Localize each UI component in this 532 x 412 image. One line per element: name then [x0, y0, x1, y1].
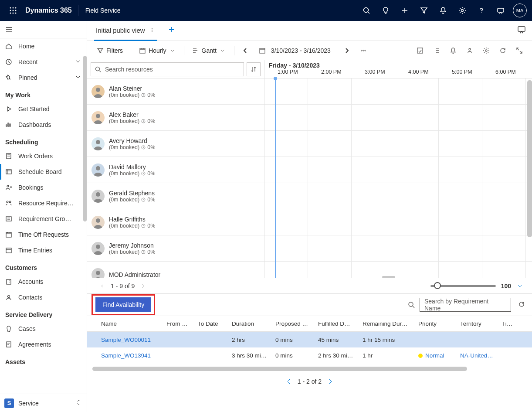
nav-get-started[interactable]: Get Started	[0, 101, 87, 117]
more-icon[interactable]	[149, 27, 156, 34]
next-page-icon[interactable]	[327, 378, 334, 385]
nav-recent[interactable]: Recent	[0, 54, 87, 70]
prev-page-icon[interactable]	[285, 378, 292, 385]
resource-avatar	[91, 111, 105, 124]
svg-point-1	[13, 7, 14, 9]
sort-resources-button[interactable]	[247, 62, 261, 76]
resource-booked: (0m booked) 0%	[109, 144, 155, 150]
zoom-slider[interactable]	[430, 285, 496, 287]
search-icon	[407, 301, 415, 309]
nav-cases[interactable]: Cases	[0, 321, 87, 337]
search-resources-input[interactable]: Search resources	[91, 62, 244, 76]
module-name[interactable]: Field Service	[78, 7, 128, 14]
resource-row[interactable]: David Mallory (0m booked) 0%	[87, 157, 264, 183]
book-icon[interactable]	[413, 44, 427, 58]
expand-icon[interactable]	[512, 44, 527, 58]
nav-bookings[interactable]: Bookings	[0, 180, 87, 195]
svg-point-40	[96, 114, 100, 118]
nav-time-entries[interactable]: Time Entries	[0, 242, 87, 258]
requirements-h-scrollbar[interactable]	[92, 367, 527, 373]
zoom-control[interactable]: 100	[430, 283, 523, 289]
tab-initial-public-view[interactable]: Initial public view	[94, 21, 157, 41]
svg-point-37	[96, 67, 100, 71]
idea-icon[interactable]	[376, 0, 395, 21]
svg-point-52	[96, 271, 100, 275]
filter-icon[interactable]	[414, 0, 434, 21]
requirement-name[interactable]: Sample_WO13941	[98, 352, 163, 359]
svg-rect-19	[6, 217, 11, 221]
chevron-down-icon[interactable]	[516, 283, 523, 289]
svg-point-42	[96, 140, 100, 144]
menu-toggle[interactable]	[0, 21, 87, 38]
brand-title[interactable]: Dynamics 365	[23, 7, 78, 14]
gantt-body[interactable]	[264, 78, 532, 278]
resource-pager-row: 1 - 9 of 9 100	[87, 278, 532, 294]
svg-rect-28	[518, 27, 525, 31]
user-avatar[interactable]: MA	[513, 3, 527, 17]
group-scheduling: Scheduling	[0, 133, 87, 148]
nav-home[interactable]: Home	[0, 38, 87, 54]
requirement-name[interactable]: Sample_WO00011	[98, 337, 163, 343]
resource-row[interactable]: Gerald Stephens (0m booked) 0%	[87, 183, 264, 209]
requirement-search-input[interactable]: Search by Requirement Name	[420, 298, 511, 312]
prev-page-icon[interactable]	[99, 283, 106, 289]
list-icon[interactable]	[429, 44, 444, 58]
more-toolbar-button[interactable]	[356, 44, 371, 58]
hour-label: 6:00 PM	[482, 69, 526, 78]
nav-agreements[interactable]: Agreements	[0, 337, 87, 352]
assistant-suggest-icon[interactable]	[462, 44, 477, 58]
resource-avatar	[91, 216, 105, 229]
search-icon[interactable]	[357, 0, 376, 21]
next-week-button[interactable]	[339, 44, 354, 58]
resize-grip[interactable]	[382, 276, 395, 278]
notification-icon[interactable]	[434, 0, 453, 21]
nav-schedule-board[interactable]: Schedule Board	[0, 164, 87, 180]
nav-pinned[interactable]: Pinned	[0, 70, 87, 85]
nav-work-orders[interactable]: Work Orders	[0, 148, 87, 164]
interval-dropdown[interactable]: Hourly	[135, 44, 180, 58]
nav-resource-requirements[interactable]: Resource Require…	[0, 195, 87, 211]
resource-name: Avery Howard	[109, 137, 155, 144]
help-icon[interactable]	[472, 0, 491, 21]
nav-time-off[interactable]: Time Off Requests	[0, 227, 87, 242]
resource-row[interactable]: Halle Griffiths (0m booked) 0%	[87, 209, 264, 235]
resource-row[interactable]: Alan Steiner (0m booked) 0%	[87, 78, 264, 105]
date-range-picker[interactable]: 3/10/2023 - 3/16/2023	[254, 44, 338, 58]
refresh-requirements-button[interactable]	[515, 300, 528, 310]
resource-row[interactable]: MOD Administrator	[87, 262, 264, 278]
requirement-row[interactable]: Sample_WO13941 3 hrs 30 mi… 0 mins 2 hrs…	[87, 347, 532, 363]
requirement-row[interactable]: Sample_WO00011 2 hrs 0 mins 45 mins 1 hr…	[87, 332, 532, 347]
view-dropdown[interactable]: Gantt	[188, 44, 230, 58]
refresh-icon[interactable]	[495, 44, 510, 58]
add-icon[interactable]	[395, 0, 414, 21]
resource-row[interactable]: Avery Howard (0m booked) 0%	[87, 131, 264, 157]
next-page-icon[interactable]	[139, 283, 146, 289]
sidebar-scrollbar[interactable]	[83, 56, 87, 221]
resource-row[interactable]: Jeremy Johnson (0m booked) 0%	[87, 235, 264, 262]
gantt-scrollbar[interactable]	[527, 80, 532, 237]
new-tab-button[interactable]	[163, 26, 180, 36]
alerts-icon[interactable]	[446, 44, 461, 58]
board-settings-icon[interactable]	[479, 44, 494, 58]
area-switcher[interactable]: S Service	[0, 394, 87, 412]
requirements-table: Name From … To Date Duration Proposed … …	[87, 316, 532, 390]
resource-row[interactable]: Alex Baker (0m booked) 0%	[87, 105, 264, 131]
sidebar: Home Recent Pinned My Work Get Started D…	[0, 21, 87, 412]
svg-point-27	[152, 31, 152, 32]
settings-icon[interactable]	[453, 0, 472, 21]
find-availability-button[interactable]: Find Availability	[95, 297, 151, 312]
nav-requirement-groups[interactable]: Requirement Gro…	[0, 211, 87, 227]
svg-point-11	[481, 12, 481, 13]
nav-accounts[interactable]: Accounts	[0, 274, 87, 289]
nav-dashboards[interactable]: Dashboards	[0, 117, 87, 133]
svg-rect-30	[260, 48, 265, 53]
prev-week-button[interactable]	[238, 44, 253, 58]
assistant-icon[interactable]	[491, 0, 510, 21]
svg-rect-15	[6, 170, 11, 174]
nav-contacts[interactable]: Contacts	[0, 289, 87, 305]
chat-icon[interactable]	[517, 25, 526, 35]
group-service-delivery: Service Delivery	[0, 305, 87, 321]
filters-button[interactable]: Filters	[92, 44, 127, 58]
app-launcher[interactable]	[3, 0, 23, 21]
search-icon	[95, 66, 102, 73]
